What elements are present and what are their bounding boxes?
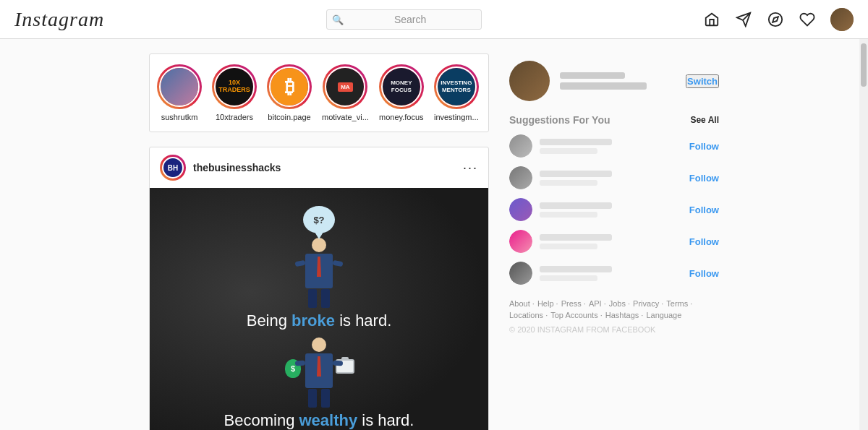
figure-legs xyxy=(308,289,330,308)
suggestion-item: Follow xyxy=(509,134,719,158)
sidebar-user-info xyxy=(560,72,676,90)
story-item[interactable]: sushrutkm xyxy=(157,64,202,121)
footer-link-privacy[interactable]: Privacy xyxy=(633,299,663,308)
figure2-arm-left xyxy=(295,360,306,366)
story-avatar: 10XTRADERS xyxy=(214,66,255,107)
suggestion-username-blurred xyxy=(540,266,612,272)
scrollbar-track xyxy=(859,0,868,430)
post-username[interactable]: thebusinesshacks xyxy=(193,162,281,173)
instagram-logo[interactable]: Instagram xyxy=(14,8,104,31)
suggestion-avatar[interactable] xyxy=(509,134,532,158)
figure-broke: $? xyxy=(247,206,392,330)
suggestions-header: Suggestions For You See All xyxy=(509,114,719,126)
post-image-content: $? xyxy=(150,188,488,430)
follow-button[interactable]: Follow xyxy=(689,141,719,152)
suggestion-avatar[interactable] xyxy=(509,262,532,285)
suggestion-info xyxy=(540,234,682,249)
sidebar-avatar-image xyxy=(509,61,550,101)
sidebar-avatar[interactable] xyxy=(509,61,550,101)
suggestion-avatar[interactable] xyxy=(509,198,532,221)
home-icon[interactable] xyxy=(703,11,720,28)
suggestion-sub-blurred xyxy=(540,180,597,186)
post-avatar-ring[interactable]: BH xyxy=(160,155,186,181)
story-username: bitcoin.page xyxy=(268,113,310,121)
follow-button[interactable]: Follow xyxy=(689,205,719,215)
suggestion-sub-blurred xyxy=(540,212,597,218)
footer-link-help[interactable]: Help xyxy=(537,299,558,308)
follow-button[interactable]: Follow xyxy=(689,268,719,279)
story-item[interactable]: INVESTINGMENTORS investingm... xyxy=(434,64,479,121)
footer-link-language[interactable]: Language xyxy=(646,311,681,319)
suggestion-info xyxy=(540,171,682,186)
figure-head xyxy=(312,238,326,252)
post-more-button[interactable]: ··· xyxy=(463,160,478,176)
sidebar-profile: Switch xyxy=(509,61,719,101)
figure2-legs xyxy=(308,389,330,408)
post-avatar: BH xyxy=(162,157,184,179)
speech-bubble-text: $? xyxy=(313,215,324,225)
figure2-leg-left xyxy=(308,389,317,408)
suggestion-avatar[interactable] xyxy=(509,230,532,253)
story-avatar: MA xyxy=(325,66,365,107)
heart-icon[interactable] xyxy=(799,11,816,28)
figure-tie xyxy=(317,257,321,277)
suggestion-info xyxy=(540,202,682,218)
story-item[interactable]: MA motivate_vi... xyxy=(322,64,369,121)
footer-link-jobs[interactable]: Jobs xyxy=(609,299,630,308)
story-item[interactable]: MONEYFOCUS money.focus xyxy=(379,64,424,121)
suggestion-username-blurred xyxy=(540,171,612,177)
story-username: investingm... xyxy=(434,113,479,121)
footer-link-about[interactable]: About xyxy=(509,299,535,308)
search-icon: 🔍 xyxy=(332,14,344,25)
story-ring: ₿ xyxy=(267,64,312,109)
footer-link-terms[interactable]: Terms xyxy=(666,299,692,308)
suggestion-sub-blurred xyxy=(540,244,597,249)
post-text-top: Being broke is hard. xyxy=(247,311,392,330)
story-avatar: MONEYFOCUS xyxy=(381,66,422,107)
story-item[interactable]: 10XTRADERS 10xtraders xyxy=(212,64,257,121)
suggestion-item: Follow xyxy=(509,198,719,221)
footer-link-hashtags[interactable]: Hashtags xyxy=(605,311,644,319)
post-text-bottom: Becoming wealthy is hard. xyxy=(224,411,414,430)
footer-link-locations[interactable]: Locations xyxy=(509,311,548,319)
post-image: $? xyxy=(150,188,488,430)
story-username: motivate_vi... xyxy=(322,113,369,121)
follow-button[interactable]: Follow xyxy=(689,173,719,184)
header-nav xyxy=(703,8,854,31)
footer-link-press[interactable]: Press xyxy=(561,299,586,308)
suggestion-avatar[interactable] xyxy=(509,166,532,189)
figure2-tie xyxy=(317,356,321,377)
profile-avatar[interactable] xyxy=(830,8,854,31)
story-ring: 10XTRADERS xyxy=(212,64,257,109)
stories-container: sushrutkm 10XTRADERS 10xtraders ₿ xyxy=(149,53,489,132)
story-item[interactable]: ₿ bitcoin.page xyxy=(267,64,312,121)
sidebar-footer: About Help Press API Jobs Privacy Terms … xyxy=(509,299,719,334)
paper-plane-icon[interactable] xyxy=(735,11,752,28)
compass-icon[interactable] xyxy=(767,11,784,28)
post-header: BH thebusinesshacks ··· xyxy=(150,147,488,188)
figure2-head xyxy=(312,337,326,352)
post-header-left: BH thebusinesshacks xyxy=(160,155,281,181)
footer-link-api[interactable]: API xyxy=(589,299,606,308)
svg-point-0 xyxy=(769,12,782,25)
feed-column: sushrutkm 10XTRADERS 10xtraders ₿ xyxy=(149,53,489,430)
username-blurred xyxy=(560,72,625,79)
footer-link-top-accounts[interactable]: Top Accounts xyxy=(550,311,603,319)
search-input[interactable] xyxy=(326,9,482,30)
footer-links: About Help Press API Jobs Privacy Terms … xyxy=(509,299,719,319)
sidebar-username xyxy=(560,72,676,79)
figure-arm-right xyxy=(332,260,343,267)
scrollbar-thumb[interactable] xyxy=(861,43,867,87)
see-all-button[interactable]: See All xyxy=(690,115,719,125)
switch-button[interactable]: Switch xyxy=(686,74,719,88)
suggestion-username-blurred xyxy=(540,139,612,145)
story-ring xyxy=(157,64,202,109)
suggestion-sub-blurred xyxy=(540,148,597,154)
sidebar-displayname-blurred xyxy=(560,82,647,90)
story-avatar: INVESTINGMENTORS xyxy=(436,66,477,107)
figure-torso xyxy=(305,254,333,288)
suggestion-username-blurred xyxy=(540,234,612,241)
story-avatar xyxy=(159,66,200,107)
search-container: 🔍 xyxy=(326,9,482,30)
follow-button[interactable]: Follow xyxy=(689,236,719,247)
